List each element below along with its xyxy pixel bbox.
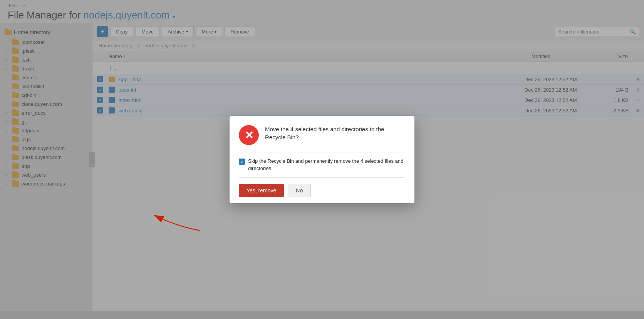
dialog-body: ✕ Move the 4 selected files and director…: [230, 116, 414, 152]
no-button[interactable]: No: [288, 184, 311, 197]
skip-recycle-checkbox[interactable]: ✓: [239, 159, 245, 165]
dialog-checkbox-row: ✓ Skip the Recycle Bin and permanently r…: [230, 152, 414, 177]
dialog: ✕ Move the 4 selected files and director…: [230, 116, 414, 203]
yes-remove-button[interactable]: Yes, remove: [239, 184, 284, 197]
dialog-content: Move the 4 selected files and directorie…: [265, 125, 405, 146]
x-icon: ✕: [245, 129, 253, 142]
arrow-annotation: [131, 204, 208, 234]
skip-recycle-label: Skip the Recycle Bin and permanently rem…: [248, 158, 405, 172]
dialog-actions: Yes, remove No: [230, 178, 414, 203]
check-icon: ✓: [240, 159, 244, 164]
modal-overlay: ✕ Move the 4 selected files and director…: [0, 0, 644, 319]
error-icon: ✕: [239, 125, 259, 145]
dialog-title: Move the 4 selected files and directorie…: [265, 125, 405, 141]
